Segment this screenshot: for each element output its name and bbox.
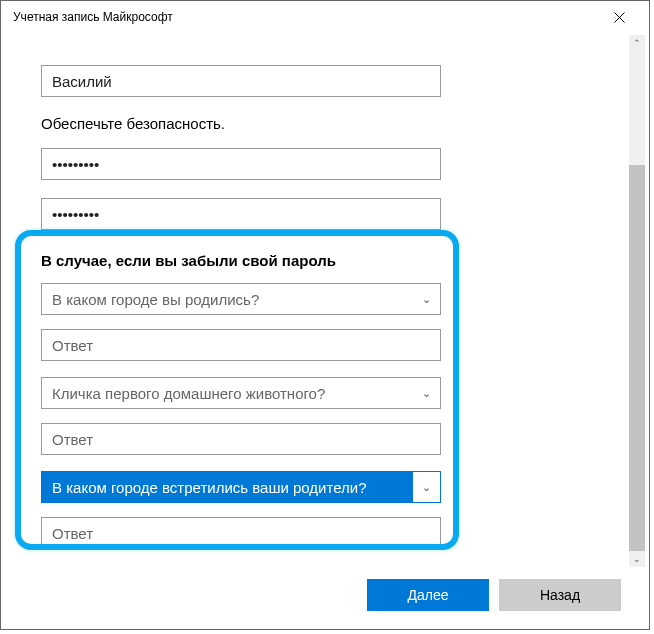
dropdown-label: В каком городе вы родились? [42, 291, 269, 308]
chevron-down-icon: ⌄ [412, 387, 440, 400]
security-question-1-dropdown[interactable]: В каком городе вы родились? ⌄ [41, 283, 441, 315]
close-button[interactable] [599, 3, 639, 31]
security-answer-2-input[interactable] [41, 423, 441, 455]
password-confirm-input[interactable] [41, 198, 441, 230]
security-question-2-dropdown[interactable]: Кличка первого домашнего животного? ⌄ [41, 377, 441, 409]
next-button[interactable]: Далее [367, 579, 489, 611]
password-input[interactable] [41, 148, 441, 180]
window-title: Учетная запись Майкрософт [13, 10, 173, 24]
close-icon [614, 12, 625, 23]
security-heading: Обеспечьте безопасность. [41, 115, 609, 132]
name-input[interactable] [41, 65, 441, 97]
scroll-thumb[interactable] [629, 165, 645, 551]
account-dialog: Учетная запись Майкрософт Обеспечьте без… [0, 0, 650, 630]
back-button[interactable]: Назад [499, 579, 621, 611]
content-area: Обеспечьте безопасность. В случае, если … [1, 35, 649, 567]
chevron-down-icon: ⌄ [412, 472, 440, 502]
recovery-section: В случае, если вы забыли свой пароль В к… [41, 252, 609, 549]
security-question-3-dropdown[interactable]: В каком городе встретились ваши родители… [41, 471, 441, 503]
security-answer-1-input[interactable] [41, 329, 441, 361]
scroll-down-arrow-icon[interactable]: ⌄ [629, 551, 645, 567]
chevron-down-icon: ⌄ [412, 293, 440, 306]
dropdown-label: В каком городе встретились ваши родители… [42, 479, 412, 496]
security-answer-3-input[interactable] [41, 517, 441, 549]
dropdown-label: Кличка первого домашнего животного? [42, 385, 335, 402]
button-bar: Далее Назад [367, 579, 621, 611]
titlebar: Учетная запись Майкрософт [1, 1, 649, 33]
vertical-scrollbar[interactable]: ⌃ ⌄ [629, 35, 645, 567]
recovery-heading: В случае, если вы забыли свой пароль [41, 252, 609, 269]
scroll-up-arrow-icon[interactable]: ⌃ [629, 35, 645, 51]
